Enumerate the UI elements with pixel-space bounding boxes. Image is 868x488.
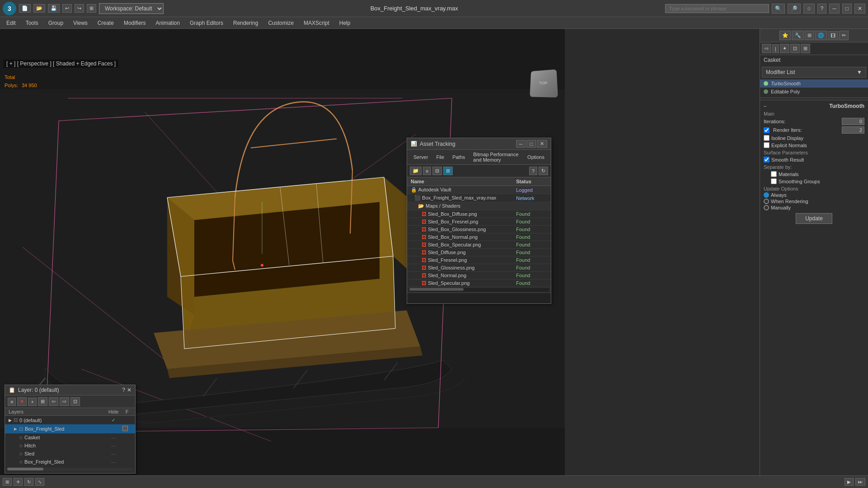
ts-always-radio[interactable] [764, 192, 769, 198]
ts-manually-row: Manually [764, 205, 864, 210]
workspace-dropdown[interactable]: Workspace: Default [99, 3, 164, 14]
menu-group[interactable]: Group [44, 19, 68, 28]
bottom-end-btn[interactable]: ⏭ [855, 478, 865, 486]
layers-tool-2[interactable]: ✕ [17, 397, 27, 406]
asset-scroll-thumb[interactable] [409, 288, 464, 291]
layers-tool-3[interactable]: + [28, 398, 36, 406]
layer-item-default[interactable]: ▶ ⊡ 0 (default) ✓ [5, 416, 135, 424]
menu-rendering[interactable]: Rendering [229, 19, 263, 28]
rp-icon6[interactable]: ✏ [839, 31, 849, 40]
ts-smooth-result-check[interactable] [764, 157, 769, 163]
search2-icon-btn[interactable]: 🔎 [788, 4, 801, 14]
layers-scrollbar[interactable] [7, 468, 133, 471]
layer-item-sled[interactable]: ◇ Sled — [5, 450, 135, 458]
layers-help-btn[interactable]: ? [122, 387, 125, 393]
layers-close-btn[interactable]: ✕ [127, 387, 131, 393]
rp-sub-icon5[interactable]: ⊞ [801, 44, 810, 53]
rp-icon5[interactable]: 🎞 [828, 31, 838, 40]
asset-col-name: Name [407, 177, 512, 186]
rp-sub-icon3[interactable]: ✦ [780, 44, 789, 53]
asset-minimize-btn[interactable]: ─ [516, 140, 526, 148]
asset-close-btn[interactable]: ✕ [537, 140, 547, 148]
ts-minus-btn[interactable]: − [764, 103, 766, 109]
rp-sub-icon4[interactable]: ⊡ [790, 44, 800, 53]
menu-help[interactable]: Help [335, 19, 355, 28]
layers-tool-1[interactable]: ≡ [8, 398, 16, 406]
ts-render-iters-check[interactable] [764, 127, 769, 133]
ts-render-iters-checkbox[interactable]: Render Iters: [764, 127, 802, 133]
asset-tool-2[interactable]: ≡ [423, 167, 431, 175]
rp-icon4[interactable]: 🌐 [815, 31, 827, 40]
bookmark-icon-btn[interactable]: ☆ [803, 4, 815, 14]
ts-explicit-normals-check[interactable] [764, 142, 769, 148]
menu-modifiers[interactable]: Modifiers [119, 19, 150, 28]
rp-sub-icon2[interactable]: | [772, 44, 779, 53]
help-icon-btn[interactable]: ? [817, 4, 827, 14]
asset-status-max-file: Network [512, 194, 551, 202]
modifier-bulb-editable-poly [764, 89, 768, 94]
asset-tracking-title: Asset Tracking [420, 141, 455, 147]
asset-menu-bitmap[interactable]: Bitmap Performance and Memory [469, 151, 523, 163]
minimize-btn[interactable]: ─ [829, 4, 840, 14]
asset-scrollbar[interactable] [409, 288, 549, 292]
search-input[interactable] [665, 4, 769, 13]
reference-btn[interactable]: ⊞ [87, 4, 96, 13]
bottom-scale-btn[interactable]: ⤡ [35, 478, 44, 486]
asset-tool-1[interactable]: 📁 [410, 167, 422, 175]
layer-item-hitch[interactable]: ◇ Hitch — [5, 442, 135, 450]
maximize-btn[interactable]: □ [842, 4, 852, 14]
ts-when-rendering-radio[interactable] [764, 199, 769, 204]
layer-item-casket[interactable]: ◇ Casket — [5, 433, 135, 442]
layers-tool-5[interactable]: ⇦ [49, 397, 58, 406]
modifier-editable-poly[interactable]: Editable Poly [760, 88, 868, 96]
redo-btn[interactable]: ↪ [75, 4, 84, 13]
layers-tool-7[interactable]: ⊡ [70, 397, 80, 406]
asset-menu-paths[interactable]: Paths [449, 153, 469, 161]
asset-refresh-btn[interactable]: ↻ [539, 167, 548, 175]
menu-tools[interactable]: Tools [21, 19, 43, 28]
modifier-turbosmooth[interactable]: TurboSmooth [760, 79, 868, 88]
bottom-play-btn[interactable]: ▶ [845, 478, 854, 486]
menu-edit[interactable]: Edit [2, 19, 20, 28]
menu-customize[interactable]: Customize [263, 19, 298, 28]
modifier-list-dropdown[interactable]: Modifier List ▼ [762, 67, 866, 78]
rp-sub-icon1[interactable]: ⇨ [762, 44, 771, 53]
layer-item-box-freight-sled2[interactable]: ◇ Box_Freight_Sled — [5, 458, 135, 466]
menu-animation[interactable]: Animation [151, 19, 184, 28]
layers-tool-4[interactable]: ⊞ [38, 397, 47, 406]
menu-maxscript[interactable]: MAXScript [299, 19, 334, 28]
asset-tool-3[interactable]: ⊟ [432, 167, 442, 175]
layers-tool-6[interactable]: ⇨ [60, 397, 69, 406]
menu-create[interactable]: Create [93, 19, 118, 28]
layer-item-box-freight-sled[interactable]: ▶ ⊡ Box_Freight_Sled — [5, 424, 135, 433]
rp-icon2[interactable]: 🔧 [792, 31, 804, 40]
update-button[interactable]: Update [796, 213, 832, 224]
ts-manually-radio[interactable] [764, 205, 769, 210]
undo-btn[interactable]: ↩ [62, 4, 72, 13]
ts-iterations-input[interactable] [842, 118, 864, 125]
ts-isoline-check[interactable] [764, 135, 769, 141]
asset-menu-options[interactable]: Options [524, 153, 548, 161]
open-btn[interactable]: 📂 [33, 4, 45, 13]
rp-icon1[interactable]: ⭐ [779, 31, 791, 40]
nav-cube[interactable]: TOP [525, 65, 561, 101]
asset-menu-server[interactable]: Server [410, 153, 432, 161]
layers-scroll-thumb[interactable] [7, 468, 43, 470]
asset-tool-4[interactable]: ⊞ [443, 167, 453, 175]
bottom-rotate-btn[interactable]: ↻ [24, 478, 33, 486]
search-icon-btn[interactable]: 🔍 [772, 4, 785, 14]
ts-render-iters-input[interactable] [842, 126, 864, 134]
bottom-move-btn[interactable]: ✛ [14, 478, 23, 486]
rp-icon3[interactable]: ⊞ [805, 31, 814, 40]
bottom-select-btn[interactable]: ⊞ [3, 478, 12, 486]
menu-views[interactable]: Views [69, 19, 92, 28]
menu-graph-editors[interactable]: Graph Editors [185, 19, 228, 28]
asset-restore-btn[interactable]: □ [526, 140, 536, 148]
ts-smoothing-groups-check[interactable] [771, 178, 777, 184]
save-btn[interactable]: 💾 [48, 4, 60, 13]
new-btn[interactable]: 📄 [19, 4, 31, 13]
close-btn[interactable]: ✕ [854, 4, 865, 14]
asset-menu-file[interactable]: File [432, 153, 448, 161]
ts-materials-check[interactable] [771, 171, 777, 177]
asset-help-btn[interactable]: ? [529, 167, 537, 175]
